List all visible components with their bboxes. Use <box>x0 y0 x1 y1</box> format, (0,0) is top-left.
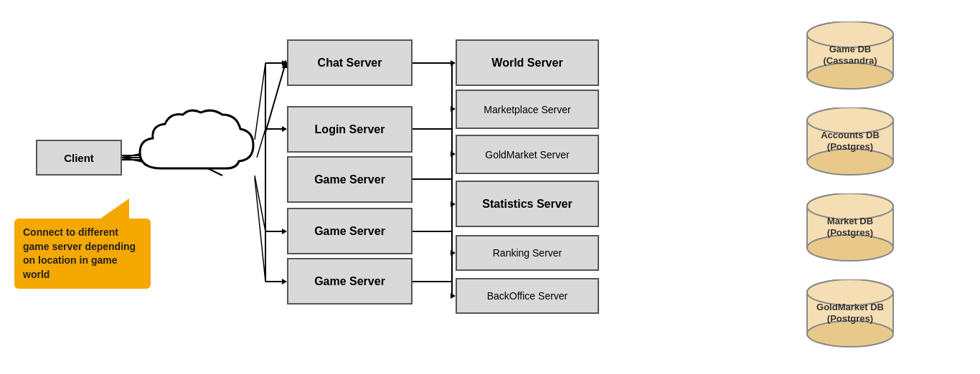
chat-server-label: Chat Server <box>318 57 382 69</box>
svg-marker-34 <box>451 151 456 157</box>
svg-marker-36 <box>451 201 456 207</box>
client-box: Client <box>36 140 122 176</box>
game-server-2-box: Game Server <box>287 208 413 254</box>
game-db-cylinder: Game DB (Cassandra) <box>804 21 897 90</box>
callout-text: Connect to different game server dependi… <box>23 226 136 280</box>
backoffice-server-label: BackOffice Server <box>487 290 568 302</box>
login-server-box: Login Server <box>287 106 413 153</box>
game-server-3-label: Game Server <box>314 275 385 288</box>
client-label: Client <box>64 152 94 164</box>
svg-marker-30 <box>451 60 456 66</box>
svg-marker-40 <box>451 293 456 299</box>
world-server-label: World Server <box>491 57 562 69</box>
svg-marker-32 <box>451 106 456 112</box>
architecture-diagram: Client Chat Server Login Server Game Ser… <box>0 0 980 374</box>
accounts-db-container: Accounts DB (Postgres) <box>804 107 897 176</box>
ranking-server-label: Ranking Server <box>493 247 562 259</box>
svg-marker-38 <box>451 250 456 256</box>
game-server-2-label: Game Server <box>314 225 385 238</box>
market-db-container: Market DB (Postgres) <box>804 193 897 262</box>
svg-marker-7 <box>282 60 287 66</box>
game-server-1-box: Game Server <box>287 156 413 203</box>
ranking-server-box: Ranking Server <box>456 235 599 271</box>
svg-point-56 <box>807 279 893 305</box>
statistics-server-label: Statistics Server <box>482 198 572 211</box>
goldmarket-server-box: GoldMarket Server <box>456 135 599 174</box>
callout-tooltip: Connect to different game server dependi… <box>14 219 151 289</box>
svg-point-48 <box>807 107 893 133</box>
world-server-box: World Server <box>456 39 599 86</box>
game-server-1-label: Game Server <box>314 173 385 186</box>
game-server-3-box: Game Server <box>287 258 413 305</box>
backoffice-server-box: BackOffice Server <box>456 278 599 314</box>
game-db-container: Game DB (Cassandra) <box>804 21 897 90</box>
svg-marker-11 <box>282 229 287 234</box>
statistics-server-box: Statistics Server <box>456 181 599 227</box>
svg-point-52 <box>807 193 893 219</box>
cloud-shape <box>126 104 269 197</box>
svg-point-43 <box>807 63 893 89</box>
svg-point-47 <box>807 149 893 175</box>
market-db-cylinder: Market DB (Postgres) <box>804 193 897 262</box>
svg-marker-9 <box>282 126 287 132</box>
marketplace-server-box: Marketplace Server <box>456 90 599 129</box>
svg-point-44 <box>807 21 893 47</box>
chat-server-box: Chat Server <box>287 39 413 86</box>
accounts-db-cylinder: Accounts DB (Postgres) <box>804 107 897 176</box>
svg-point-51 <box>807 235 893 261</box>
login-server-label: Login Server <box>315 123 385 136</box>
svg-point-55 <box>807 321 893 347</box>
goldmarket-server-label: GoldMarket Server <box>485 149 569 160</box>
marketplace-server-label: Marketplace Server <box>484 104 570 115</box>
goldmarket-db-container: GoldMarket DB (Postgres) <box>804 279 897 347</box>
svg-marker-13 <box>282 279 287 284</box>
goldmarket-db-cylinder: GoldMarket DB (Postgres) <box>804 279 897 347</box>
